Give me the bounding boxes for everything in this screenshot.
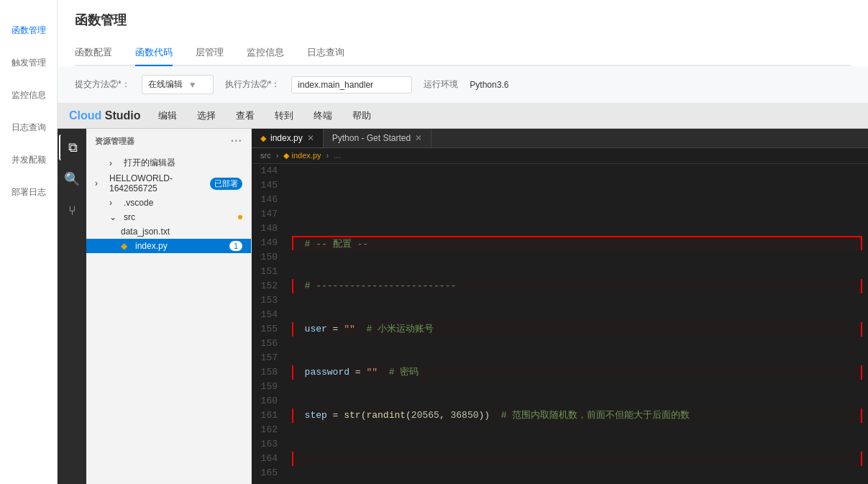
submit-method-label: 提交方法②*：: [75, 78, 130, 91]
sidebar-item-logs[interactable]: 日志查询: [0, 111, 57, 144]
files-icon[interactable]: ⧉: [59, 134, 85, 160]
tab-index-name: index.py: [270, 133, 303, 143]
breadcrumb-src[interactable]: src: [260, 151, 271, 160]
activity-bar: ⧉ 🔍 ⑂: [58, 129, 86, 484]
editor-layout: ⧉ 🔍 ⑂ 资源管理器 ··· › 打开的编辑器: [58, 129, 868, 484]
menu-view[interactable]: 查看: [233, 108, 257, 124]
exec-method-input[interactable]: [291, 76, 412, 93]
line-147: user = "" # 小米运动账号: [292, 322, 862, 337]
runtime-label: 运行环境: [424, 78, 458, 91]
explorer-title: 资源管理器: [95, 136, 134, 147]
folder-icon: ›: [109, 198, 121, 208]
cloud-studio-brand: Cloud Studio: [69, 109, 141, 122]
sidebar: 函数管理 触发管理 监控信息 日志查询 并发配额 部署日志: [0, 0, 58, 484]
code-area[interactable]: 144 145 146 147 148 149 150 151 152 153 …: [252, 164, 868, 484]
line-149: step = str(randint(20565, 36850)) # 范围内取…: [292, 408, 862, 423]
editor-tab-getstarted[interactable]: Python - Get Started ✕: [324, 129, 431, 147]
exec-method-label: 执行方法②*：: [225, 78, 280, 91]
index-file-item[interactable]: ◆ index.py 1: [86, 239, 251, 253]
breadcrumb-sep1: ›: [276, 151, 279, 160]
submit-method-value: 在线编辑: [148, 78, 183, 91]
line-146: # -------------------------: [292, 279, 862, 293]
src-folder-item[interactable]: ⌄ src: [86, 210, 251, 224]
editor-breadcrumb: src › ◆ index.py › ...: [252, 148, 868, 164]
runtime-value: Python3.6: [470, 80, 508, 90]
sidebar-item-deploy-logs[interactable]: 部署日志: [0, 176, 57, 209]
sidebar-item-functions[interactable]: 函数管理: [0, 14, 57, 47]
breadcrumb-sep2: ›: [326, 151, 329, 160]
studio-text: Studio: [105, 109, 141, 122]
tab-bar: 函数配置 函数代码 层管理 监控信息 日志查询: [75, 40, 851, 66]
submit-method-select[interactable]: 在线编辑 ▼: [142, 75, 214, 94]
file-explorer: 资源管理器 ··· › 打开的编辑器 › HELLOWORLD-16426567…: [86, 129, 252, 484]
git-icon[interactable]: ⑂: [59, 198, 85, 224]
project-name: HELLOWORLD-1642656725: [109, 173, 207, 193]
explorer-tree: › 打开的编辑器 › HELLOWORLD-1642656725 已部署 › .…: [86, 153, 251, 484]
tab-function-config[interactable]: 函数配置: [75, 40, 112, 66]
breadcrumb-file[interactable]: ◆ index.py: [283, 151, 321, 160]
tab-index-close[interactable]: ✕: [307, 133, 314, 143]
project-root-item[interactable]: › HELLOWORLD-1642656725 已部署: [86, 171, 251, 196]
open-editors-item[interactable]: › 打开的编辑器: [86, 155, 251, 171]
line-145: # -- 配置 --: [292, 236, 862, 250]
vscode-folder-item[interactable]: › .vscode: [86, 196, 251, 210]
main-content: 函数管理 函数配置 函数代码 层管理 监控信息 日志查询 提交方法②*： 在线编…: [58, 0, 868, 484]
open-editors-section: › 打开的编辑器 › HELLOWORLD-1642656725 已部署 › .…: [86, 153, 251, 255]
python-tab-icon: ◆: [260, 134, 266, 143]
tab-log-query[interactable]: 日志查询: [307, 40, 344, 66]
sidebar-item-concurrency[interactable]: 并发配额: [0, 144, 57, 176]
modified-dot: [238, 215, 242, 219]
data-file-item[interactable]: data_json.txt: [86, 224, 251, 239]
python-file-icon: ◆: [121, 241, 132, 251]
line-148: password = "" # 密码: [292, 365, 862, 380]
tab-getstarted-close[interactable]: ✕: [415, 133, 422, 143]
code-editor: ◆ index.py ✕ Python - Get Started ✕ src …: [252, 129, 868, 484]
menu-edit[interactable]: 编辑: [155, 108, 180, 124]
menu-terminal[interactable]: 终端: [311, 108, 335, 124]
explorer-more-icon[interactable]: ···: [231, 134, 242, 147]
select-arrow-icon: ▼: [188, 80, 197, 90]
open-editors-label: 打开的编辑器: [124, 157, 242, 169]
editor-tabs: ◆ index.py ✕ Python - Get Started ✕: [252, 129, 868, 148]
tab-layer-manage[interactable]: 层管理: [196, 40, 224, 66]
src-folder-name: src: [124, 212, 235, 222]
tab-getstarted-name: Python - Get Started: [332, 133, 411, 143]
index-file-name: index.py: [135, 241, 227, 251]
tab-monitor-info[interactable]: 监控信息: [247, 40, 284, 66]
line-144: [292, 193, 862, 207]
explorer-header: 资源管理器 ···: [86, 129, 251, 153]
cloud-text: Cloud: [69, 109, 101, 122]
menu-help[interactable]: 帮助: [350, 108, 374, 124]
menu-select[interactable]: 选择: [194, 108, 219, 124]
sidebar-item-monitor[interactable]: 监控信息: [0, 79, 57, 111]
cloud-studio-header: Cloud Studio 编辑 选择 查看 转到 终端 帮助: [58, 104, 868, 129]
page-title: 函数管理: [75, 12, 851, 29]
config-bar: 提交方法②*： 在线编辑 ▼ 执行方法②*： 运行环境 Python3.6: [58, 66, 868, 104]
menu-goto[interactable]: 转到: [272, 108, 296, 124]
vscode-folder-name: .vscode: [124, 198, 242, 208]
chevron-right-icon: ›: [109, 158, 121, 168]
index-badge: 1: [229, 241, 242, 251]
code-lines: # -- 配置 -- # ------------------------- u…: [286, 164, 868, 484]
chevron-down-icon: ›: [95, 178, 106, 188]
cloud-studio-container: Cloud Studio 编辑 选择 查看 转到 终端 帮助 ⧉ 🔍 ⑂ 资源管…: [58, 104, 868, 484]
project-badge: 已部署: [210, 178, 242, 190]
line-numbers: 144 145 146 147 148 149 150 151 152 153 …: [252, 164, 286, 484]
sidebar-item-triggers[interactable]: 触发管理: [0, 47, 57, 79]
breadcrumb-ellipsis[interactable]: ...: [334, 151, 340, 160]
data-file-name: data_json.txt: [121, 227, 242, 237]
page-header: 函数管理 函数配置 函数代码 层管理 监控信息 日志查询: [58, 0, 868, 66]
search-icon[interactable]: 🔍: [59, 166, 85, 192]
tab-function-code[interactable]: 函数代码: [135, 40, 173, 66]
editor-tab-index[interactable]: ◆ index.py ✕: [252, 129, 324, 147]
line-150: [292, 452, 862, 466]
src-folder-icon: ⌄: [109, 212, 121, 222]
